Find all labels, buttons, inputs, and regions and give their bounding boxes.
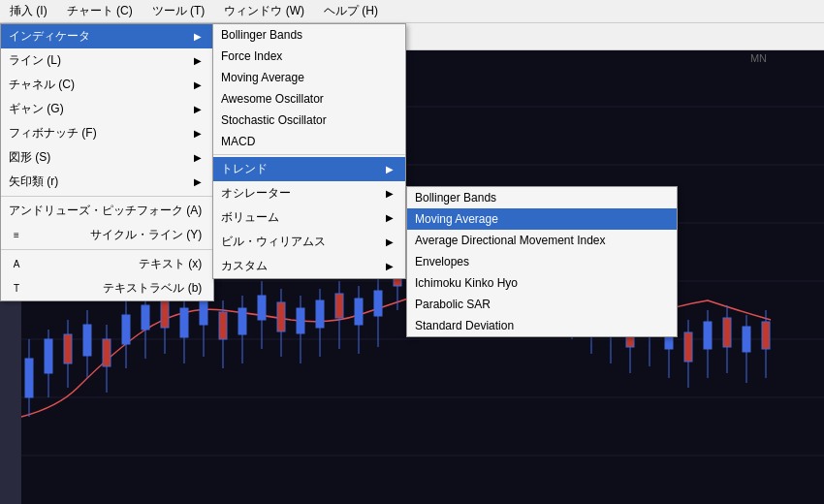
menu-l3-bollinger[interactable]: Bollinger Bands — [407, 187, 677, 208]
menu-l3-stddev[interactable]: Standard Deviation — [407, 315, 677, 336]
menu-item-gann-label: ギャン (G) — [9, 101, 64, 117]
oscillator-arrow-icon: ▶ — [386, 188, 394, 199]
svg-rect-13 — [64, 334, 72, 363]
menubar-chart[interactable]: チャート (C) — [57, 1, 143, 21]
menubar-tools[interactable]: ツール (T) — [143, 1, 215, 21]
arrow-icon: ▶ — [194, 128, 202, 139]
menu-l2-custom-label: カスタム — [221, 258, 268, 274]
menu-l2-custom[interactable]: カスタム ▶ — [213, 254, 405, 278]
cycle-icon: ≡ — [9, 230, 24, 240]
separator-l2 — [213, 154, 405, 155]
menu-item-cycle-label: サイクル・ライン (Y) — [90, 227, 202, 243]
menu-l3-envelopes[interactable]: Envelopes — [407, 251, 677, 272]
menu-item-shapes[interactable]: 図形 (S) ▶ — [1, 145, 213, 170]
menubar-insert[interactable]: 挿入 (I) — [0, 1, 57, 21]
arrow-icon: ▶ — [194, 104, 202, 114]
menu-l2-macd[interactable]: MACD — [213, 131, 405, 152]
menu-item-andrews-label: アンドリューズ・ピッチフォーク (A) — [9, 203, 202, 219]
arrow-icon: ▶ — [194, 55, 202, 66]
separator-2 — [1, 249, 213, 250]
svg-rect-9 — [25, 359, 33, 397]
bill-arrow-icon: ▶ — [386, 236, 394, 247]
menu-item-arrows-label: 矢印類 (r) — [9, 173, 58, 190]
svg-rect-15 — [83, 325, 91, 356]
menu-item-lines[interactable]: ライン (L) ▶ — [1, 48, 213, 73]
menu-l2-trend[interactable]: トレンド ▶ — [213, 157, 405, 181]
svg-rect-39 — [316, 300, 324, 328]
svg-rect-83 — [743, 327, 750, 352]
arrow-icon: ▶ — [194, 176, 202, 187]
text-icon: A — [9, 259, 24, 269]
svg-rect-19 — [122, 315, 130, 344]
menu-l3-stddev-label: Standard Deviation — [415, 319, 514, 332]
svg-rect-77 — [684, 332, 692, 362]
menu-item-indicators[interactable]: インディケータ ▶ — [1, 24, 213, 48]
menubar-window[interactable]: ウィンドウ (W) — [214, 1, 314, 21]
menu-item-channels-label: チャネル (C) — [9, 77, 75, 93]
menu-l2-force-index-label: Force Index — [221, 49, 282, 63]
menu-l3-moving-average-label: Moving Average — [415, 212, 498, 226]
menu-l2-oscillator[interactable]: オシレーター ▶ — [213, 181, 405, 205]
menu-l3-ichimoku[interactable]: Ichimoku Kinko Hyo — [407, 272, 677, 294]
svg-rect-23 — [161, 300, 169, 328]
svg-rect-33 — [258, 296, 266, 320]
mn-label: MN — [746, 50, 771, 66]
svg-rect-31 — [238, 308, 246, 334]
arrow-icon: ▶ — [194, 79, 202, 90]
svg-rect-17 — [103, 339, 111, 366]
menu-l2-awesome[interactable]: Awesome Oscillator — [213, 88, 405, 110]
menu-l2-moving-average-label: Moving Average — [221, 71, 304, 84]
svg-rect-21 — [142, 305, 149, 330]
menu-l3-moving-average[interactable]: Moving Average — [407, 208, 677, 230]
svg-rect-85 — [762, 322, 770, 349]
menu-l3-envelopes-label: Envelopes — [415, 255, 469, 268]
svg-rect-11 — [45, 339, 52, 373]
menu-l2-bill-williams[interactable]: ビル・ウィリアムス ▶ — [213, 230, 405, 254]
menu-l3-admi-label: Average Directional Movement Index — [415, 234, 606, 247]
arrow-icon: ▶ — [194, 31, 202, 42]
svg-rect-81 — [723, 318, 731, 347]
svg-rect-45 — [374, 291, 382, 316]
menu-item-andrews[interactable]: アンドリューズ・ピッチフォーク (A) — [1, 199, 213, 223]
arrow-icon: ▶ — [194, 152, 202, 163]
menu-l2-bollinger[interactable]: Bollinger Bands — [213, 24, 405, 46]
menu-l3-parabolic[interactable]: Parabolic SAR — [407, 294, 677, 315]
menu-item-shapes-label: 図形 (S) — [9, 149, 50, 166]
menubar-help[interactable]: ヘルプ (H) — [314, 1, 388, 21]
textlabel-icon: T — [9, 283, 24, 294]
svg-rect-41 — [335, 294, 343, 318]
menu-item-channels[interactable]: チャネル (C) ▶ — [1, 73, 213, 97]
volume-arrow-icon: ▶ — [386, 212, 394, 223]
menu-item-cycle[interactable]: ≡ サイクル・ライン (Y) — [1, 223, 213, 247]
menu-l2-trend-label: トレンド — [221, 161, 268, 177]
menu-item-fibonacci[interactable]: フィボナッチ (F) ▶ — [1, 121, 213, 145]
menu-l2-oscillator-label: オシレーター — [221, 185, 291, 202]
menu-item-textlabel[interactable]: T テキストラベル (b) — [1, 276, 213, 300]
menu-l2-macd-label: MACD — [221, 135, 255, 148]
svg-rect-27 — [200, 300, 207, 325]
menu-l2-bollinger-label: Bollinger Bands — [221, 28, 302, 42]
menu-l2-volume[interactable]: ボリューム ▶ — [213, 205, 405, 230]
menu-item-lines-label: ライン (L) — [9, 52, 61, 69]
menu-item-arrows[interactable]: 矢印類 (r) ▶ — [1, 170, 213, 194]
menu-l2-stochastic[interactable]: Stochastic Oscillator — [213, 110, 405, 131]
separator-1 — [1, 196, 213, 197]
menu-item-textlabel-label: テキストラベル (b) — [103, 280, 202, 297]
menu-l2-volume-label: ボリューム — [221, 209, 279, 226]
menu-l2-awesome-label: Awesome Oscillator — [221, 92, 324, 106]
menu-l3-ichimoku-label: Ichimoku Kinko Hyo — [415, 276, 518, 290]
svg-rect-79 — [704, 322, 712, 349]
menu-l3-bollinger-label: Bollinger Bands — [415, 191, 496, 205]
svg-rect-43 — [355, 299, 363, 325]
indicator-submenu: Bollinger Bands Force Index Moving Avera… — [212, 23, 406, 279]
menu-item-indicators-label: インディケータ — [9, 28, 90, 45]
menu-item-gann[interactable]: ギャン (G) ▶ — [1, 97, 213, 121]
menu-l3-admi[interactable]: Average Directional Movement Index — [407, 230, 677, 251]
svg-rect-25 — [180, 308, 188, 337]
menu-item-text[interactable]: A テキスト (x) — [1, 252, 213, 276]
menu-l2-force-index[interactable]: Force Index — [213, 46, 405, 67]
menu-item-text-label: テキスト (x) — [139, 256, 202, 272]
svg-rect-37 — [297, 308, 304, 333]
menubar: 挿入 (I) チャート (C) ツール (T) ウィンドウ (W) ヘルプ (H… — [0, 0, 824, 23]
menu-l2-moving-average[interactable]: Moving Average — [213, 67, 405, 88]
